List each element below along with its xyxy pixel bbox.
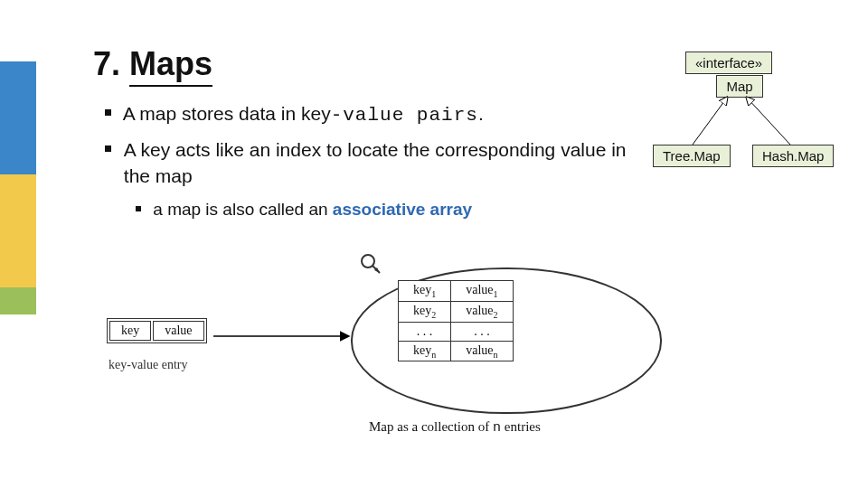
accent-bar-blue [0,61,36,174]
map-label: Map [726,79,752,94]
bullet-3-text: a map is also called an [153,200,333,219]
caption-post: entries [501,419,541,434]
slide-title: 7. Maps [93,45,212,87]
title-number: 7. [93,45,120,82]
bullet-1-text-b: . [478,103,484,124]
dots-left: . . . [399,322,451,341]
slide: 7. Maps «interface» Map Tree.Map Hash.Ma… [0,0,868,488]
v2-cell: value2 [451,301,513,322]
k2-cell: key2 [399,301,451,322]
kn-cell: keyn [399,341,451,361]
bullet-1-text-mono: -value pairs [331,105,478,126]
single-value-cell: value [153,321,203,341]
caption-n: n [493,420,501,436]
bullet-list: A map stores data in key-value pairs. A … [105,101,665,230]
dots-right: . . . [451,322,513,341]
accent-bar-green [0,287,36,314]
interface-label: «interface» [695,55,762,70]
map-diagram: key value key-value entry key1 value1 ke… [107,267,685,457]
k1-cell: key1 [399,281,451,302]
svg-point-2 [362,255,374,267]
bullet-3: a map is also called an associative arra… [136,198,665,221]
bullet-icon [136,206,141,211]
svg-line-1 [747,98,790,145]
accent-bar-yellow [0,174,36,287]
bullet-icon [105,145,111,152]
single-key-cell: key [109,321,151,341]
svg-line-0 [693,98,727,145]
kv-single-entry: key value [107,318,207,343]
inherit-arrow-right [741,94,805,148]
bullet-icon [105,109,111,116]
arrow-to-collection [213,331,358,349]
treemap-label: Tree.Map [663,148,721,164]
diagram-caption: Map as a collection of n entries [369,419,541,436]
bullet-1: A map stores data in key-value pairs. [105,101,665,128]
bullet-2-text: A key acts like an index to locate the c… [124,137,648,189]
title-text: Maps [129,45,212,87]
hashmap-label: Hash.Map [762,148,824,164]
caption-pre: Map as a collection of [369,419,493,434]
kv-multi-table: key1 value1 key2 value2 . . . . . . keyn… [398,280,514,361]
bullet-1-text-a: A map stores data in key [123,103,331,124]
box-interface: «interface» [685,52,772,74]
associative-array-term: associative array [333,200,472,219]
kv-entry-label: key-value entry [108,358,187,372]
vn-cell: valuen [451,341,513,361]
bullet-2: A key acts like an index to locate the c… [105,137,665,189]
v1-cell: value1 [451,281,513,302]
inherit-arrow-left [687,94,741,148]
